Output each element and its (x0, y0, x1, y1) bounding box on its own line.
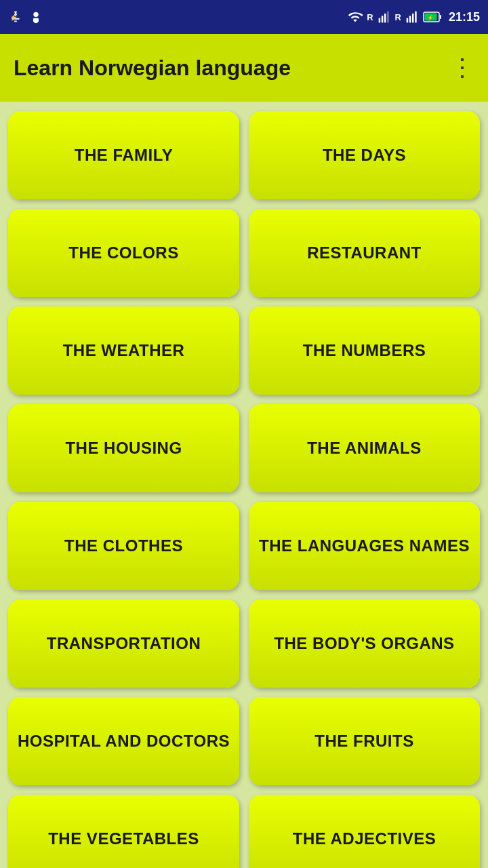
svg-rect-6 (387, 12, 389, 23)
menu-icon[interactable]: ⋮ (450, 54, 474, 82)
category-btn-the-bodys-organs[interactable]: THE BODY'S ORGANS (249, 599, 480, 688)
category-btn-restaurant[interactable]: RESTAURANT (249, 209, 480, 297)
app-bar: Learn Norwegian language ⋮ (0, 34, 488, 102)
category-btn-the-clothes[interactable]: THE CLOTHES (8, 502, 239, 590)
time-display: 21:15 (449, 10, 480, 24)
category-btn-hospital-and-doctors[interactable]: HOSPITAL AND DOCTORS (8, 697, 239, 785)
category-btn-the-colors[interactable]: THE COLORS (8, 209, 239, 297)
signal-indicator2: R (395, 12, 401, 22)
status-right-icons: R R ⚡ 21:15 (348, 9, 480, 24)
usb-icon (28, 9, 43, 24)
category-btn-the-days[interactable]: THE DAYS (249, 111, 480, 199)
svg-rect-9 (412, 14, 414, 22)
category-btn-the-family[interactable]: THE FAMILY (8, 111, 239, 199)
category-btn-the-fruits[interactable]: THE FRUITS (249, 697, 480, 785)
usb-icon: ⚡ (8, 9, 23, 24)
category-btn-the-weather[interactable]: THE WEATHER (8, 307, 239, 395)
status-left-icons: ⚡ (8, 9, 43, 24)
svg-rect-8 (409, 16, 411, 22)
svg-rect-4 (381, 16, 383, 22)
signal-icon2 (405, 10, 419, 24)
wifi-icon (348, 9, 363, 24)
category-btn-the-numbers[interactable]: THE NUMBERS (249, 307, 480, 395)
category-btn-the-housing[interactable]: THE HOUSING (8, 404, 239, 492)
status-bar: ⚡ R R ⚡ 21:15 (0, 0, 488, 34)
svg-rect-13 (440, 15, 441, 19)
svg-rect-3 (378, 18, 380, 23)
category-btn-the-adjectives[interactable]: THE ADJECTIVES (249, 795, 480, 868)
category-grid: THE FAMILYTHE DAYSTHE COLORSRESTAURANTTH… (0, 102, 488, 868)
category-btn-the-animals[interactable]: THE ANIMALS (249, 404, 480, 492)
battery-icon: ⚡ (423, 11, 442, 23)
app-title: Learn Norwegian language (14, 56, 291, 81)
category-btn-the-languages-names[interactable]: THE LANGUAGES NAMES (249, 502, 480, 590)
svg-rect-7 (407, 18, 409, 23)
category-btn-the-vegetables[interactable]: THE VEGETABLES (8, 795, 239, 868)
svg-rect-5 (384, 14, 386, 22)
signal-icon (378, 10, 391, 24)
svg-text:⚡: ⚡ (427, 14, 434, 21)
signal-indicator: R (367, 12, 373, 22)
svg-rect-0 (14, 12, 17, 13)
svg-point-2 (33, 12, 38, 17)
svg-rect-10 (415, 12, 417, 23)
svg-text:⚡: ⚡ (9, 13, 18, 22)
category-btn-transportation[interactable]: TRANSPORTATION (8, 599, 239, 688)
